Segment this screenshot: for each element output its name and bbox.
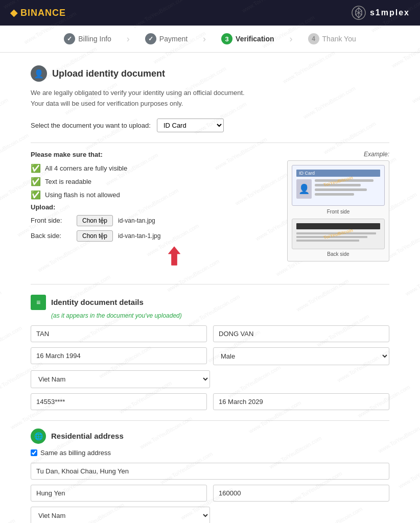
country-field: Viet Nam United States United Kingdom	[31, 370, 210, 388]
last-name-input[interactable]	[213, 325, 389, 342]
res-country-select[interactable]: Viet Nam United States United Kingdom	[31, 507, 210, 523]
id-card-front: ID Card 👤 ToiYeuBitcoin	[292, 165, 385, 206]
id-card-back: ToiYeuBitcoin	[292, 219, 385, 249]
binance-logo: ◆ BINANCE	[10, 7, 66, 18]
steps-bar: ✓ Billing Info › ✓ Payment › 3 Verificat…	[0, 26, 420, 53]
arrow-up-indicator	[72, 246, 277, 266]
divider-3	[31, 420, 389, 421]
city-postal-row	[31, 485, 389, 502]
city-input[interactable]	[31, 485, 207, 502]
country-row: Viet Nam United States United Kingdom	[31, 370, 389, 388]
step4-label: Thank You	[322, 35, 356, 43]
residential-header: 🌐 Residential address	[31, 429, 389, 444]
same-billing-row: Same as billing address	[31, 449, 389, 457]
upload-desc1: We are legally obligated to verify your …	[31, 89, 245, 97]
res-country-field: Viet Nam United States United Kingdom	[31, 507, 210, 523]
step4-circle: 4	[308, 33, 319, 44]
doc-number-field	[31, 393, 207, 410]
divider-2	[31, 284, 389, 284]
step2-label: Payment	[159, 35, 188, 43]
step1-circle: ✓	[64, 33, 75, 44]
step-sep-3: ›	[290, 34, 293, 44]
upload-label: Upload:	[31, 203, 277, 211]
back-card-label: Back side	[292, 251, 385, 257]
globe-icon: 🌐	[31, 429, 46, 444]
id-card-preview: ID Card 👤 ToiYeuBitcoin Front side	[287, 160, 389, 262]
binance-diamond-icon: ◆	[10, 7, 17, 18]
address-row	[31, 463, 389, 480]
instructions-title: Please make sure that:	[31, 151, 277, 158]
simplex-icon	[352, 6, 366, 20]
identity-section: ≡ Identity document details (as it appea…	[31, 295, 389, 410]
id-photo: 👤	[296, 179, 312, 199]
id-card-body: 👤	[296, 179, 380, 199]
step-sep-2: ›	[203, 34, 206, 44]
expiry-field	[213, 393, 389, 410]
name-row	[31, 325, 389, 342]
step-sep-1: ›	[127, 34, 130, 44]
upload-inputs: Upload: Front side: Chon tệp id-van-tan.…	[31, 203, 277, 266]
instruction-2: ✅ Text is readable	[31, 177, 277, 186]
back-filename: id-van-tan-1.jpg	[118, 232, 160, 240]
instruction-2-text: Text is readable	[45, 178, 91, 185]
instruction-1: ✅ All 4 corners are fully visible	[31, 163, 277, 173]
instruction-3-text: Using flash is not allowed	[45, 191, 120, 199]
step1-label: Billing Info	[78, 35, 111, 43]
residential-title: Residential address	[51, 432, 124, 440]
arrow-up-svg	[167, 246, 182, 266]
front-card-label: Front side	[292, 209, 385, 215]
front-file-button[interactable]: Chon tệp	[77, 215, 113, 226]
check-icon-1: ✅	[31, 163, 41, 173]
divider-1	[31, 142, 389, 143]
back-side-label: Back side:	[31, 232, 72, 240]
check-icon-3: ✅	[31, 190, 41, 200]
step2-circle: ✓	[145, 33, 156, 44]
identity-header: ≡ Identity document details	[31, 295, 389, 310]
upload-desc2: Your data will be used for verification …	[31, 100, 183, 107]
instructions-example: Please make sure that: ✅ All 4 corners a…	[31, 151, 389, 274]
first-name-field	[31, 325, 207, 342]
dob-gender-row: Male Female Other	[31, 347, 389, 365]
main-content: 👤 Upload identity document We are legall…	[0, 53, 420, 523]
gender-select[interactable]: Male Female Other	[213, 347, 389, 365]
upload-section-header: 👤 Upload identity document	[31, 65, 389, 82]
doc-selector-label: Select the document you want to upload:	[31, 122, 151, 129]
svg-marker-7	[168, 246, 180, 265]
doc-selector-row: Select the document you want to upload: …	[31, 118, 389, 132]
instruction-3: ✅ Using flash is not allowed	[31, 190, 277, 200]
step3-circle: 3	[221, 33, 232, 44]
dob-input[interactable]	[31, 347, 207, 364]
simplex-logo: s1mplex	[352, 6, 410, 20]
back-upload-row: Back side: Chon tệp id-van-tan-1.jpg	[31, 230, 277, 242]
country-select[interactable]: Viet Nam United States United Kingdom	[31, 370, 210, 388]
expiry-input[interactable]	[213, 393, 389, 410]
same-billing-label: Same as billing address	[40, 449, 111, 457]
same-billing-checkbox[interactable]	[31, 449, 37, 456]
id-lines	[315, 179, 380, 199]
identity-subtitle: (as it appears in the document you've up…	[51, 312, 389, 319]
header: ◆ BINANCE s1mplex	[0, 0, 420, 26]
postal-field	[213, 485, 389, 502]
check-icon-2: ✅	[31, 177, 41, 186]
last-name-field	[213, 325, 389, 342]
example-box: Example: ID Card 👤 ToiYeuBitcoin	[287, 151, 389, 274]
doc-number-input[interactable]	[31, 393, 207, 410]
postal-input[interactable]	[213, 485, 389, 502]
upload-title: Upload identity document	[52, 68, 165, 79]
address-input[interactable]	[31, 463, 389, 480]
res-country-row: Viet Nam United States United Kingdom	[31, 507, 389, 523]
id-back-stripe	[296, 223, 380, 229]
doc-type-select[interactable]: ID Card Passport Driver's License	[157, 118, 224, 132]
identity-title: Identity document details	[51, 298, 144, 306]
doc-expiry-row	[31, 393, 389, 410]
id-card-title-bar: ID Card	[296, 170, 380, 177]
back-file-button[interactable]: Chon tệp	[77, 230, 113, 242]
simplex-label: s1mplex	[370, 8, 410, 17]
step-payment: ✓ Payment	[145, 33, 188, 44]
instruction-1-text: All 4 corners are fully visible	[45, 164, 127, 172]
first-name-input[interactable]	[31, 325, 207, 342]
front-side-label: Front side:	[31, 217, 72, 224]
step-verification: 3 Verification	[221, 33, 274, 44]
instructions: Please make sure that: ✅ All 4 corners a…	[31, 151, 277, 274]
upload-desc: We are legally obligated to verify your …	[31, 88, 389, 109]
